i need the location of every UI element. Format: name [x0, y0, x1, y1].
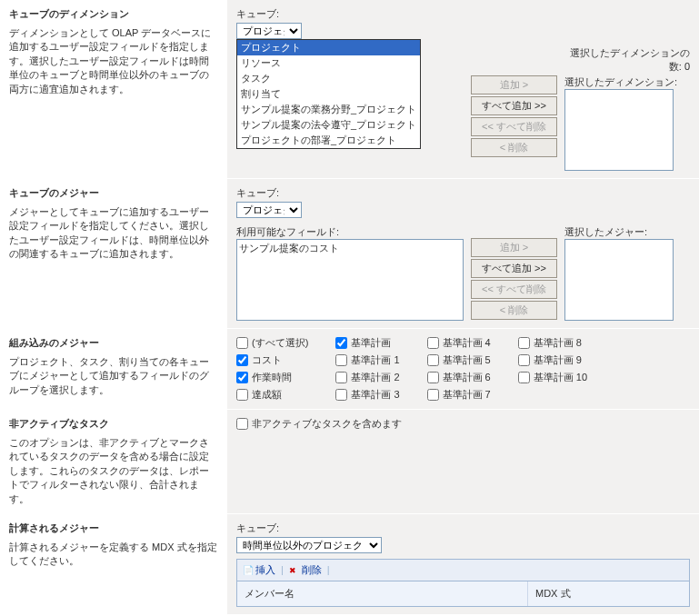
dd-item[interactable]: タスク	[237, 71, 420, 86]
delete-button[interactable]: 削除	[289, 563, 322, 577]
inactive-title: 非アクティブなタスク	[9, 417, 218, 431]
cb-earned[interactable]	[236, 389, 248, 401]
cube-label: キューブ:	[236, 7, 690, 21]
remove-all-button[interactable]: << すべて削除	[471, 117, 557, 136]
section-cube-dimensions: キューブのディメンション ディメンションとして OLAP データベースに追加する…	[0, 0, 699, 179]
cube-select-dimensions[interactable]: プロジェクト	[236, 23, 302, 39]
add-all-button[interactable]: すべて追加 >>	[471, 259, 557, 278]
cube-select-calc[interactable]: 時間単位以外のプロジェクト	[236, 537, 382, 553]
dd-item[interactable]: サンプル提案の業務分野_プロジェクト	[237, 102, 420, 117]
insert-icon	[243, 564, 254, 575]
calc-desc: 計算されるメジャーを定義する MDX 式を指定してください。	[9, 541, 218, 569]
cb-base4[interactable]	[427, 337, 439, 349]
cube-select-measures[interactable]: プロジェクト	[236, 202, 302, 218]
dimensions-desc: ディメンションとして OLAP データベースに追加するユーザー設定フィールドを指…	[9, 26, 218, 96]
mdx-toolbar: 挿入 | 削除 |	[236, 559, 690, 581]
selected-measures-list[interactable]	[564, 239, 674, 321]
dd-item[interactable]: リソース	[237, 55, 420, 71]
section-cube-measures: キューブのメジャー メジャーとしてキューブに追加するユーザー設定フィールドを指定…	[0, 179, 699, 329]
selected-dimensions-list[interactable]	[564, 89, 674, 171]
measures-title: キューブのメジャー	[9, 186, 218, 200]
col-member-name: メンバー名	[237, 581, 528, 606]
cube-label: キューブ:	[236, 186, 690, 200]
avail-fields-label: 利用可能なフィールド:	[236, 225, 464, 239]
insert-button[interactable]: 挿入	[243, 563, 275, 577]
calc-title: 計算されるメジャー	[9, 522, 218, 535]
cb-work[interactable]	[236, 372, 248, 383]
add-button[interactable]: 追加 >	[471, 75, 557, 94]
list-item[interactable]: サンプル提案のコスト	[239, 242, 461, 255]
builtin-title: 組み込みのメジャー	[9, 336, 218, 350]
cube-label: キューブ:	[236, 522, 690, 535]
cb-include-inactive[interactable]	[236, 418, 248, 430]
delete-icon	[289, 564, 300, 575]
cb-base3[interactable]	[335, 389, 347, 401]
inactive-desc: このオプションは、非アクティブとマークされているタスクのデータを含める場合に設定…	[9, 436, 218, 506]
available-fields-list[interactable]: サンプル提案のコスト	[236, 239, 464, 321]
cb-base5[interactable]	[427, 354, 439, 366]
mdx-table-header: メンバー名 MDX 式	[236, 581, 690, 607]
remove-all-button[interactable]: << すべて削除	[471, 280, 557, 299]
cb-select-all[interactable]	[236, 337, 248, 349]
selected-label: 選択したディメンション:	[564, 75, 690, 89]
cb-base[interactable]	[335, 337, 347, 349]
cb-base2[interactable]	[335, 372, 347, 383]
measures-desc: メジャーとしてキューブに追加するユーザー設定フィールドを指定してください。選択し…	[9, 205, 218, 262]
section-calculated-measures: 計算されるメジャー 計算されるメジャーを定義する MDX 式を指定してください。…	[0, 514, 699, 615]
cb-base1[interactable]	[335, 354, 347, 366]
dimensions-title: キューブのディメンション	[9, 7, 218, 21]
remove-button[interactable]: < 削除	[471, 138, 557, 157]
cb-base10[interactable]	[518, 372, 530, 383]
selected-count: 選択したディメンションの数: 0	[564, 46, 690, 74]
cb-base7[interactable]	[427, 389, 439, 401]
section-inactive-tasks: 非アクティブなタスク このオプションは、非アクティブとマークされているタスクのデ…	[0, 410, 699, 514]
dd-item[interactable]: サンプル提案の法令遵守_プロジェクト	[237, 117, 420, 133]
add-all-button[interactable]: すべて追加 >>	[471, 96, 557, 115]
cube-select-dropdown[interactable]: プロジェクト リソース タスク 割り当て サンプル提案の業務分野_プロジェクト …	[236, 39, 421, 149]
dd-item[interactable]: プロジェクト	[237, 40, 420, 55]
checkbox-grid: (すべて選択) コスト 作業時間 達成額 基準計画 基準計画 1 基準計画 2 …	[236, 336, 690, 402]
dd-item[interactable]: 割り当て	[237, 86, 420, 102]
remove-button[interactable]: < 削除	[471, 301, 557, 320]
cb-base9[interactable]	[518, 354, 530, 366]
selected-label: 選択したメジャー:	[564, 225, 674, 239]
cb-base8[interactable]	[518, 337, 530, 349]
col-mdx-expr: MDX 式	[528, 581, 689, 606]
builtin-desc: プロジェクト、タスク、割り当ての各キューブにメジャーとして追加するフィールドのグ…	[9, 355, 218, 397]
cb-cost[interactable]	[236, 354, 248, 366]
cb-base6[interactable]	[427, 372, 439, 383]
dd-item[interactable]: プロジェクトの部署_プロジェクト	[237, 133, 420, 148]
add-button[interactable]: 追加 >	[471, 238, 557, 257]
section-builtin-measures: 組み込みのメジャー プロジェクト、タスク、割り当ての各キューブにメジャーとして追…	[0, 329, 699, 410]
